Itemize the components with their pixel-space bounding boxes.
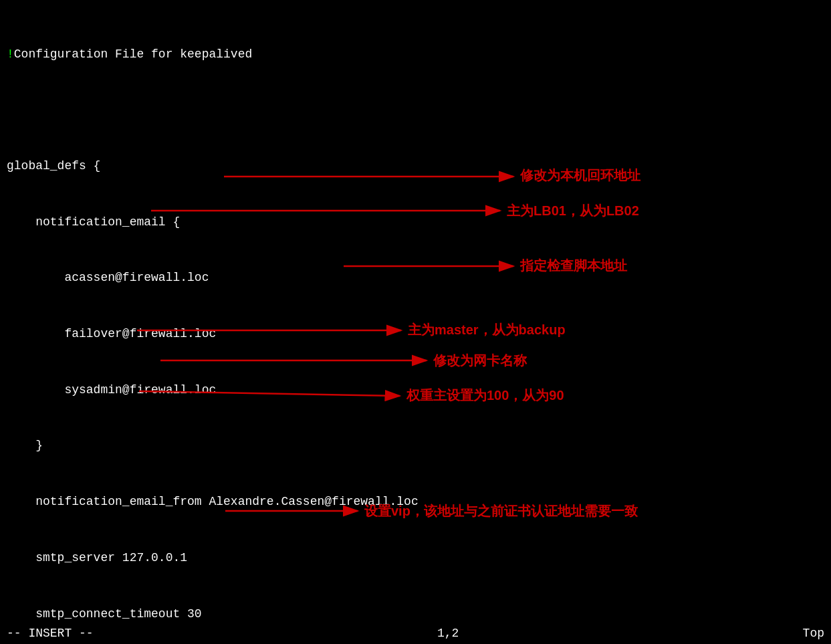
line-4: notification_email { — [7, 213, 824, 232]
annotation-script: 指定检查脚本地址 — [520, 257, 627, 275]
editor-container: !Configuration File for keepalived globa… — [0, 0, 831, 644]
annotation-vip: 设置vip，该地址与之前证书认证地址需要一致 — [364, 502, 638, 520]
line-2 — [7, 101, 824, 120]
cursor-position: 1,2 — [437, 627, 459, 640]
annotation-priority: 权重主设置为100，从为90 — [406, 387, 564, 405]
line-11: smtp_connect_timeout 30 — [7, 605, 824, 624]
line-3: global_defs { — [7, 157, 824, 176]
line-10: smtp_server 127.0.0.1 — [7, 549, 824, 568]
line-1: !Configuration File for keepalived — [7, 45, 824, 64]
annotation-state: 主为master，从为backup — [408, 321, 566, 339]
scroll-position: Top — [803, 627, 824, 640]
exclamation-mark: ! — [7, 47, 14, 61]
status-bar: -- INSERT -- 1,2 Top — [0, 623, 831, 644]
line-5: acassen@firewall.loc — [7, 269, 824, 288]
line-8: } — [7, 437, 824, 455]
insert-mode-indicator: -- INSERT -- — [7, 627, 94, 640]
annotation-interface: 修改为网卡名称 — [433, 352, 527, 370]
annotation-smtp-server: 修改为本机回环地址 — [520, 167, 640, 185]
annotation-router-id: 主为LB01，从为LB02 — [507, 202, 639, 220]
